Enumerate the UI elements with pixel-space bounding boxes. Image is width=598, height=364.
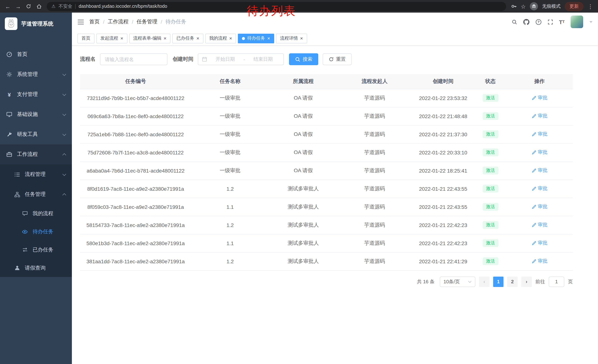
refresh-icon — [329, 57, 334, 62]
approve-link[interactable]: 审批 — [532, 240, 548, 246]
approve-link[interactable]: 审批 — [532, 95, 548, 101]
table-row: 725a1eb6-7b88-11ec-8ef0-acde48001122一级审批… — [80, 125, 573, 143]
browser-back-button[interactable]: ← — [3, 1, 13, 11]
cell-initiator: 芋道源码 — [338, 198, 412, 216]
sidebar-item-leave-query[interactable]: 请假查询 — [0, 259, 72, 277]
approve-label: 审批 — [538, 185, 548, 192]
edit-icon — [532, 186, 536, 191]
approve-link[interactable]: 审批 — [532, 185, 548, 192]
date-separator: - — [243, 57, 245, 62]
font-size-icon: TT — [559, 19, 565, 25]
sidebar-item-task-management[interactable]: 任务管理 — [0, 184, 72, 204]
reset-button[interactable]: 重置 — [323, 53, 352, 65]
close-icon[interactable]: × — [229, 36, 232, 41]
font-size-button[interactable]: TT — [559, 19, 565, 25]
sidebar-item-todo-tasks[interactable]: 待办任务 — [0, 223, 72, 241]
table-row: 8f0d1619-7ac8-11ec-a9e2-a2380e71991a1.2测… — [80, 180, 573, 198]
user-avatar[interactable] — [571, 16, 583, 28]
prev-page-button[interactable]: ‹ — [479, 276, 490, 287]
header-search-button[interactable] — [512, 19, 517, 25]
help-button[interactable]: ? — [535, 19, 541, 25]
close-icon[interactable]: × — [164, 36, 166, 41]
breadcrumb-item[interactable]: 首页 — [89, 18, 100, 25]
tab-item[interactable]: 流程详情× — [276, 33, 307, 43]
tab-item[interactable]: 待办任务× — [238, 33, 274, 43]
avatar-caret-icon — [590, 21, 592, 23]
chevron-up-icon — [62, 193, 66, 197]
sidebar-item-payment[interactable]: ¥支付管理 — [0, 84, 72, 105]
tab-label: 待办任务 — [247, 35, 265, 41]
process-name-input[interactable] — [100, 53, 167, 65]
update-button[interactable]: 更新 — [565, 2, 583, 11]
page-size-select[interactable]: 10条/页 — [440, 276, 475, 287]
approve-link[interactable]: 审批 — [532, 167, 548, 174]
tab-item[interactable]: 流程表单-编辑× — [129, 33, 170, 43]
goto-page-input[interactable] — [549, 276, 564, 287]
end-date-placeholder: 结束日期 — [246, 56, 280, 63]
browser-reload-button[interactable] — [24, 1, 33, 11]
cell-created: 2022-01-21 22:43:55 — [412, 198, 475, 216]
breadcrumb: 首页/工作流程/任务管理/待办任务 — [89, 18, 186, 25]
approve-link[interactable]: 审批 — [532, 113, 548, 119]
app-logo[interactable]: 芋道管理系统 — [0, 13, 72, 35]
sidebar-item-my-process[interactable]: 我的流程 — [0, 204, 72, 223]
search-button-label: 搜索 — [303, 56, 312, 63]
column-header: 操作 — [506, 74, 573, 89]
approve-link[interactable]: 审批 — [532, 222, 548, 228]
close-icon[interactable]: × — [267, 36, 270, 41]
sidebar-item-home[interactable]: 首页 — [0, 44, 72, 65]
approve-link[interactable]: 审批 — [532, 131, 548, 138]
sidebar-item-system[interactable]: 系统管理 — [0, 65, 72, 84]
sidebar-toggle-button[interactable] — [77, 19, 84, 25]
approve-link[interactable]: 审批 — [532, 203, 548, 210]
cell-action: 审批 — [506, 89, 573, 107]
caret-down-icon — [468, 281, 472, 283]
password-key-button[interactable] — [511, 3, 517, 9]
column-header: 创建时间 — [412, 74, 475, 89]
cell-status: 激活 — [475, 252, 506, 270]
github-button[interactable] — [523, 19, 529, 25]
sidebar-item-label: 已办任务 — [33, 246, 67, 253]
tab-item[interactable]: 我的流程× — [205, 33, 236, 43]
svg-text:?: ? — [537, 20, 540, 24]
sidebar-item-workflow[interactable]: 工作流程 — [0, 145, 72, 164]
date-range-picker[interactable]: 开始日期 - 结束日期 — [198, 53, 284, 65]
breadcrumb-item[interactable]: 工作流程 — [108, 18, 129, 25]
breadcrumb-item: 待办任务 — [166, 18, 186, 25]
tab-item[interactable]: 首页 — [77, 33, 94, 43]
tab-item[interactable]: 已办任务× — [172, 33, 203, 43]
cell-process: OA 请假 — [269, 162, 338, 180]
sidebar-item-infrastructure[interactable]: 基础设施 — [0, 105, 72, 124]
incognito-label: 无痕模式 — [542, 3, 561, 9]
column-header: 所属流程 — [269, 74, 338, 89]
page-button-2[interactable]: 2 — [507, 276, 518, 287]
sidebar-item-dev-tools[interactable]: 研发工具 — [0, 124, 72, 145]
close-icon[interactable]: × — [300, 36, 303, 41]
search-button[interactable]: 搜索 — [289, 53, 318, 65]
browser-home-button[interactable] — [34, 1, 44, 11]
column-header: 状态 — [475, 74, 506, 89]
fullscreen-button[interactable] — [548, 19, 553, 25]
breadcrumb-item[interactable]: 任务管理 — [137, 18, 158, 25]
close-icon[interactable]: × — [196, 36, 199, 41]
approve-link[interactable]: 审批 — [532, 258, 548, 265]
approve-link[interactable]: 审批 — [532, 149, 548, 156]
status-badge: 激活 — [482, 167, 498, 174]
table-row: 580e1b3d-7ac8-11ec-a9e2-a2380e71991a1.1测… — [80, 234, 573, 252]
tab-item[interactable]: 发起流程× — [96, 33, 127, 43]
bookmark-star-button[interactable]: ☆ — [521, 4, 526, 9]
sidebar-item-process-management[interactable]: 流程管理 — [0, 164, 72, 184]
browser-forward-button[interactable]: → — [13, 1, 23, 11]
cell-status: 激活 — [475, 162, 506, 180]
close-icon[interactable]: × — [120, 36, 123, 41]
page-button-1[interactable]: 1 — [493, 276, 504, 287]
next-page-button[interactable]: › — [521, 276, 532, 287]
chevron-up-icon — [62, 153, 66, 157]
cell-initiator: 芋道源码 — [338, 162, 412, 180]
browser-menu-button[interactable]: ⋮ — [588, 4, 593, 9]
approve-label: 审批 — [538, 203, 548, 210]
edit-icon — [532, 96, 536, 100]
more-dots-icon: ⋮ — [588, 4, 593, 9]
cell-created: 2022-01-21 22:41:29 — [412, 252, 475, 270]
sidebar-item-done-tasks[interactable]: 已办任务 — [0, 241, 72, 259]
